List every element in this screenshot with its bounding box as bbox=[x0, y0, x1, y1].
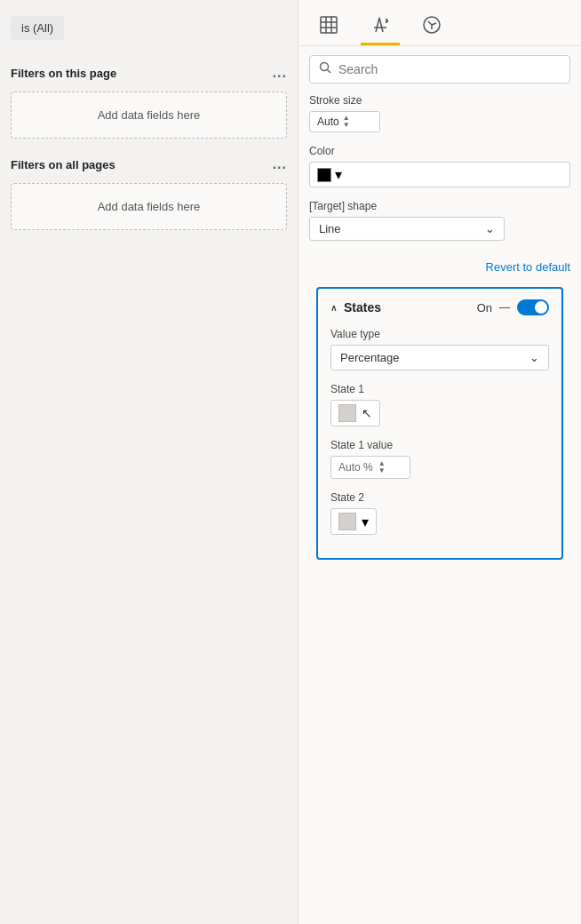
states-header: ∧ States On — bbox=[330, 299, 549, 315]
states-chevron-icon[interactable]: ∧ bbox=[330, 303, 337, 313]
states-toggle-row: On — bbox=[477, 299, 549, 315]
stroke-size-input[interactable]: Auto ▲ ▼ bbox=[309, 111, 380, 132]
filters-all-pages-label: Filters on all pages bbox=[11, 158, 115, 171]
state2-dropdown-arrow[interactable]: ▾ bbox=[362, 514, 369, 530]
state1-value-text: Auto % bbox=[338, 461, 373, 474]
color-label: Color bbox=[309, 145, 570, 157]
tab-fields[interactable] bbox=[309, 9, 348, 45]
state2-button[interactable]: ▾ bbox=[330, 508, 377, 535]
left-panel: is (All) Filters on this page ... Add da… bbox=[0, 0, 298, 924]
state2-group: State 2 ▾ bbox=[330, 491, 549, 535]
target-shape-label: [Target] shape bbox=[309, 200, 570, 212]
filters-this-page-label: Filters on this page bbox=[11, 67, 116, 80]
value-type-value: Percentage bbox=[340, 351, 400, 364]
filters-this-page-menu[interactable]: ... bbox=[273, 65, 287, 81]
state1-color-swatch bbox=[338, 404, 356, 422]
state1-label: State 1 bbox=[330, 383, 549, 395]
target-shape-dropdown[interactable]: Line ⌄ bbox=[309, 217, 505, 241]
target-shape-chevron: ⌄ bbox=[485, 222, 495, 235]
svg-rect-0 bbox=[321, 17, 337, 33]
state1-group: State 1 ↖ bbox=[330, 383, 549, 426]
state1-cursor-icon: ↖ bbox=[362, 406, 372, 420]
value-type-group: Value type Percentage ⌄ bbox=[330, 328, 549, 370]
filters-all-pages-add-data[interactable]: Add data fields here bbox=[11, 183, 287, 230]
color-swatch bbox=[317, 168, 331, 182]
state2-color-swatch bbox=[338, 513, 356, 530]
state1-value-label: State 1 value bbox=[330, 439, 549, 451]
filters-this-page-section: Filters on this page ... Add data fields… bbox=[0, 52, 298, 139]
right-panel: Stroke size Auto ▲ ▼ Color ▾ [Target] bbox=[298, 0, 581, 924]
tab-analytics[interactable] bbox=[412, 9, 451, 45]
color-button[interactable]: ▾ bbox=[309, 162, 570, 187]
color-group: Color ▾ bbox=[309, 145, 570, 187]
stroke-size-value: Auto bbox=[317, 116, 339, 128]
filters-this-page-add-data[interactable]: Add data fields here bbox=[11, 92, 287, 139]
filters-this-page-header: Filters on this page ... bbox=[0, 52, 298, 86]
state1-icon-button[interactable]: ↖ bbox=[330, 400, 380, 426]
state2-label: State 2 bbox=[330, 491, 549, 504]
filters-all-pages-section: Filters on all pages ... Add data fields… bbox=[0, 144, 298, 230]
states-toggle-label: On bbox=[477, 301, 492, 315]
value-type-chevron: ⌄ bbox=[529, 351, 539, 364]
filters-all-pages-menu[interactable]: ... bbox=[273, 156, 287, 172]
is-all-section: is (All) bbox=[0, 9, 298, 49]
revert-to-default-link[interactable]: Revert to default bbox=[486, 260, 570, 274]
search-box[interactable] bbox=[309, 55, 570, 84]
stroke-size-row: Auto ▲ ▼ bbox=[309, 111, 570, 132]
svg-point-6 bbox=[321, 63, 329, 71]
states-section: ∧ States On — Value type Percentage ⌄ bbox=[316, 287, 563, 560]
states-title-label: States bbox=[344, 300, 381, 315]
filters-all-pages-header: Filters on all pages ... bbox=[0, 144, 298, 178]
state1-value-input[interactable]: Auto % ▲ ▼ bbox=[330, 456, 410, 479]
state1-value-group: State 1 value Auto % ▲ ▼ bbox=[330, 439, 549, 479]
target-shape-value: Line bbox=[319, 222, 341, 235]
states-toggle-line: — bbox=[499, 301, 510, 314]
is-all-badge: is (All) bbox=[11, 16, 64, 40]
color-dropdown-arrow[interactable]: ▾ bbox=[335, 166, 342, 183]
states-title-row: ∧ States bbox=[330, 300, 381, 315]
toolbar-tabs bbox=[298, 0, 581, 46]
target-shape-group: [Target] shape Line ⌄ bbox=[309, 200, 570, 241]
stroke-size-down[interactable]: ▼ bbox=[343, 122, 350, 129]
properties-section: Stroke size Auto ▲ ▼ Color ▾ [Target] bbox=[298, 91, 581, 924]
states-toggle-switch[interactable] bbox=[517, 299, 549, 315]
state1-value-arrows[interactable]: ▲ ▼ bbox=[378, 460, 386, 474]
stroke-size-group: Stroke size Auto ▲ ▼ bbox=[309, 94, 570, 132]
search-icon bbox=[319, 61, 331, 77]
tab-format[interactable] bbox=[361, 9, 400, 45]
value-type-dropdown[interactable]: Percentage ⌄ bbox=[330, 345, 549, 370]
revert-link-container: Revert to default bbox=[309, 253, 570, 282]
stroke-size-arrows[interactable]: ▲ ▼ bbox=[343, 115, 350, 129]
stroke-size-label: Stroke size bbox=[309, 94, 570, 107]
value-type-label: Value type bbox=[330, 328, 549, 340]
search-input[interactable] bbox=[338, 62, 561, 76]
state1-value-down[interactable]: ▼ bbox=[378, 467, 386, 474]
svg-line-7 bbox=[328, 70, 331, 74]
